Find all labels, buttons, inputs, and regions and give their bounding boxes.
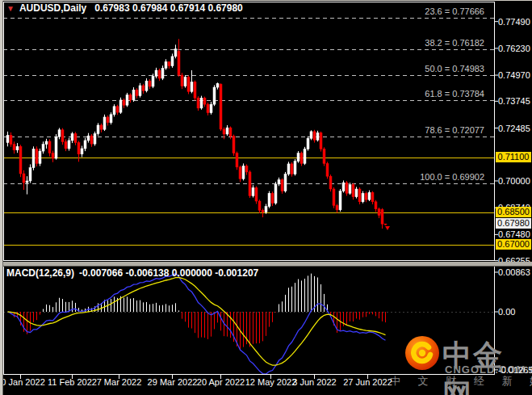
window-frame-top (0, 0, 532, 1)
macd-tick-label: 0.00 (498, 307, 515, 317)
title-bar: ▼AUDUSD,Daily0.67983 0.67984 0.67914 0.6… (6, 2, 243, 14)
pane-separator[interactable] (2, 262, 532, 267)
fib-level-label: 100.0 = 0.69902 (420, 172, 484, 182)
cngold-logo-icon (404, 335, 440, 371)
price-tag: 0.71100 (496, 152, 531, 162)
ohlc-values: 0.67983 0.67984 0.67914 0.67980 (94, 2, 243, 14)
macd-values: -0.007066 -0.006138 0.000000 -0.001207 (79, 267, 258, 279)
price-tick-label: 0.76230 (498, 44, 530, 53)
price-tag: 0.67000 (496, 239, 531, 250)
price-tag: 0.68500 (496, 207, 531, 217)
price-tick-label: 0.67480 (498, 229, 530, 239)
macd-indicator-label: MACD(12,26,9)-0.007066 -0.006138 0.00000… (6, 267, 258, 279)
chart-window: ▼AUDUSD,Daily0.67983 0.67984 0.67914 0.6… (0, 0, 532, 395)
date-tick-label: 27 Jun 2022 (336, 377, 400, 387)
sell-marker-icon (385, 226, 390, 230)
price-tag: 0.67980 (496, 218, 531, 229)
macd-tick-label: 0.00863 (498, 267, 530, 277)
fib-level-label: 61.8 = 0.73784 (425, 89, 484, 99)
symbol-dropdown-icon[interactable]: ▼ (6, 4, 15, 13)
price-tick-label: 0.70000 (498, 176, 530, 186)
window-frame-left-edge (2, 0, 3, 395)
price-tick-label: 0.73745 (498, 96, 530, 106)
watermark-tagline: 中 文 财 经 新 媒 体 (390, 374, 532, 389)
price-tick-label: 0.72485 (498, 124, 530, 133)
symbol-title: AUDUSD,Daily (19, 2, 86, 14)
price-tick-label: 0.74970 (498, 70, 530, 80)
main-pane[interactable] (3, 19, 495, 246)
fib-level-label: 50.0 = 0.74983 (425, 64, 484, 74)
fib-level-label: 38.2 = 0.76182 (425, 38, 484, 48)
macd-signal-line (8, 277, 386, 365)
macd-tick-label: -0.012657 (498, 365, 532, 375)
fib-level-label: 78.6 = 0.72077 (425, 125, 484, 135)
fib-level-label: 23.6 = 0.77666 (425, 6, 484, 16)
price-tick-label: 0.77490 (498, 17, 530, 27)
macd-params: MACD(12,26,9) (6, 267, 74, 279)
